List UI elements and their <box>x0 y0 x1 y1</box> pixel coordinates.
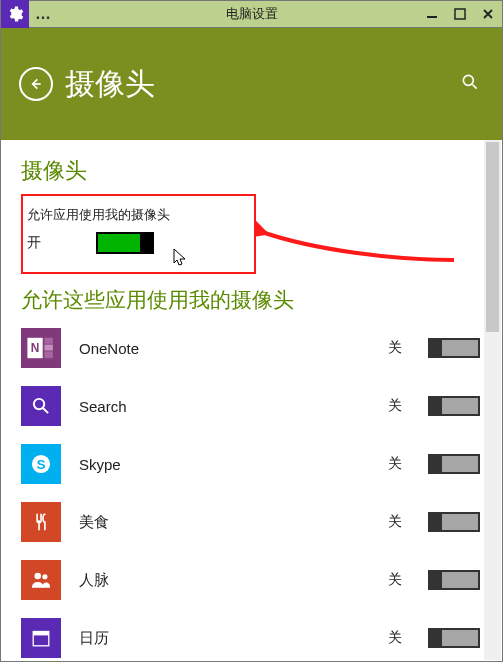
permission-state: 开 <box>27 234 41 252</box>
minimize-button[interactable] <box>418 0 446 28</box>
svg-rect-0 <box>427 16 437 18</box>
svg-rect-1 <box>455 9 465 19</box>
app-row-search: Search 关 <box>21 386 480 426</box>
app-name: 美食 <box>79 513 388 532</box>
annotation-arrow <box>254 210 464 274</box>
maximize-button[interactable] <box>446 0 474 28</box>
food-icon <box>21 502 61 542</box>
scrollbar[interactable] <box>484 140 501 660</box>
svg-rect-7 <box>44 351 53 358</box>
camera-permission-toggle[interactable] <box>96 232 154 254</box>
svg-point-2 <box>463 75 473 85</box>
calendar-icon <box>21 618 61 658</box>
app-list: N OneNote 关 Search 关 S Skype 关 <box>21 328 502 628</box>
app-row-calendar: 日历 关 <box>21 618 480 658</box>
scrollbar-thumb[interactable] <box>486 142 499 332</box>
search-icon <box>460 72 480 92</box>
people-icon <box>21 560 61 600</box>
app-row-people: 人脉 关 <box>21 560 480 600</box>
close-button[interactable] <box>474 0 502 28</box>
app-row-skype: S Skype 关 <box>21 444 480 484</box>
arrow-left-icon <box>28 76 44 92</box>
menu-dots[interactable]: … <box>29 5 57 23</box>
app-state: 关 <box>388 397 428 415</box>
app-state: 关 <box>388 339 428 357</box>
svg-rect-14 <box>33 632 49 636</box>
permission-label: 允许应用使用我的摄像头 <box>27 206 244 224</box>
cursor-icon <box>173 248 189 272</box>
app-toggle-calendar[interactable] <box>428 628 480 648</box>
app-state: 关 <box>388 513 428 531</box>
svg-point-12 <box>42 574 47 579</box>
app-name: OneNote <box>79 340 388 357</box>
annotation-box: 允许应用使用我的摄像头 开 <box>21 194 256 274</box>
section-title-camera: 摄像头 <box>21 156 502 186</box>
app-name: 人脉 <box>79 571 388 590</box>
skype-icon: S <box>21 444 61 484</box>
search-button[interactable] <box>460 72 480 96</box>
app-name: 日历 <box>79 629 388 648</box>
app-toggle-people[interactable] <box>428 570 480 590</box>
svg-rect-5 <box>44 338 53 344</box>
app-toggle-skype[interactable] <box>428 454 480 474</box>
onenote-icon: N <box>21 328 61 368</box>
app-toggle-onenote[interactable] <box>428 338 480 358</box>
svg-text:S: S <box>37 457 46 472</box>
page-header: 摄像头 <box>0 28 503 140</box>
app-row-onenote: N OneNote 关 <box>21 328 480 368</box>
system-settings-icon <box>1 0 29 28</box>
app-state: 关 <box>388 629 428 647</box>
gear-icon <box>6 5 24 23</box>
svg-point-8 <box>34 399 44 409</box>
app-toggle-search[interactable] <box>428 396 480 416</box>
back-button[interactable] <box>19 67 53 101</box>
app-name: Skype <box>79 456 388 473</box>
svg-text:N: N <box>31 341 40 355</box>
app-row-food: 美食 关 <box>21 502 480 542</box>
app-name: Search <box>79 398 388 415</box>
window-controls <box>418 0 502 28</box>
app-state: 关 <box>388 571 428 589</box>
search-app-icon <box>21 386 61 426</box>
section-title-apps: 允许这些应用使用我的摄像头 <box>21 286 502 314</box>
svg-point-11 <box>35 573 42 580</box>
title-bar: … 电脑设置 <box>0 0 503 28</box>
app-toggle-food[interactable] <box>428 512 480 532</box>
app-state: 关 <box>388 455 428 473</box>
page-title: 摄像头 <box>65 64 155 105</box>
svg-rect-6 <box>44 345 53 351</box>
